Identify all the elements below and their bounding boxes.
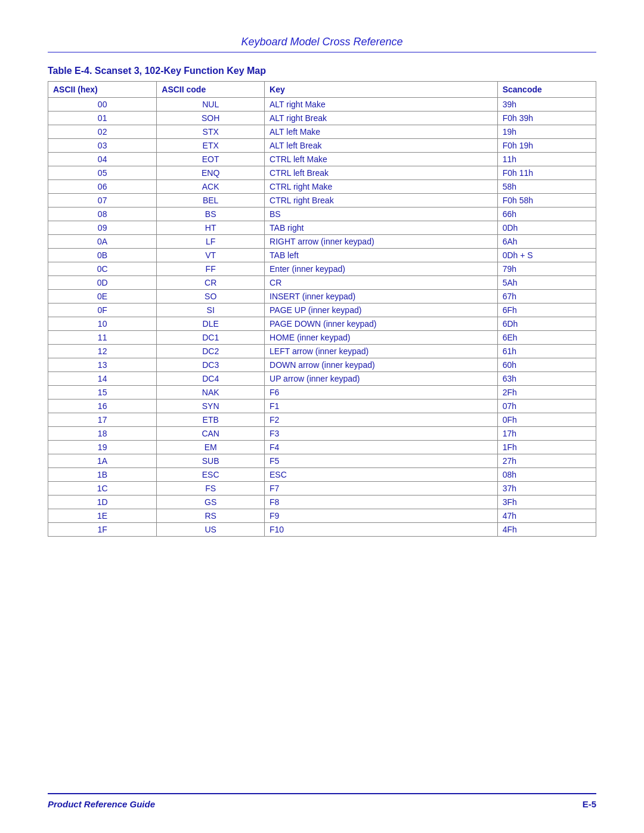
table-cell: 17h (497, 427, 596, 441)
table-row: 02STXALT left Make19h (48, 125, 596, 139)
footer-left: Product Reference Guide (48, 799, 155, 809)
table-cell: 19h (497, 125, 596, 139)
table-cell: 0D (48, 276, 157, 290)
table-cell: PAGE UP (inner keypad) (265, 304, 498, 317)
table-row: 19EMF41Fh (48, 441, 596, 454)
table-cell: 6Ah (497, 235, 596, 249)
table-cell: CTRL right Make (265, 180, 498, 194)
table-cell: 11h (497, 153, 596, 166)
table-cell: 07h (497, 400, 596, 413)
table-cell: RS (157, 509, 265, 523)
table-cell: 1D (48, 496, 157, 509)
page-header: Keyboard Model Cross Reference (48, 36, 596, 52)
table-cell: FF (157, 262, 265, 276)
table-cell: CR (157, 276, 265, 290)
table-cell: NUL (157, 98, 265, 112)
table-cell: FS (157, 482, 265, 496)
table-row: 1ERSF947h (48, 509, 596, 523)
table-cell: 00 (48, 98, 157, 112)
table-cell: F0h 11h (497, 166, 596, 180)
table-cell: STX (157, 125, 265, 139)
table-cell: 6Fh (497, 304, 596, 317)
table-cell: 03 (48, 139, 157, 153)
table-cell: CTRL right Break (265, 194, 498, 208)
footer-right: E-5 (583, 799, 596, 809)
table-cell: F0h 39h (497, 112, 596, 125)
table-cell: 2Fh (497, 386, 596, 400)
table-cell: F10 (265, 523, 498, 537)
table-row: 09HTTAB right0Dh (48, 221, 596, 235)
table-cell: F0h 19h (497, 139, 596, 153)
table-cell: LF (157, 235, 265, 249)
table-cell: 63h (497, 372, 596, 386)
table-cell: PAGE DOWN (inner keypad) (265, 317, 498, 331)
table-cell: 0A (48, 235, 157, 249)
table-cell: 1B (48, 468, 157, 482)
table-cell: F7 (265, 482, 498, 496)
table-cell: ALT right Break (265, 112, 498, 125)
table-row: 1CFSF737h (48, 482, 596, 496)
table-cell: 08 (48, 208, 157, 221)
table-cell: 39h (497, 98, 596, 112)
table-cell: TAB right (265, 221, 498, 235)
table-row: 0BVTTAB left0Dh + S (48, 249, 596, 262)
table-cell: 18 (48, 427, 157, 441)
table-cell: CR (265, 276, 498, 290)
table-cell: 15 (48, 386, 157, 400)
table-cell: 16 (48, 400, 157, 413)
table-cell: 61h (497, 345, 596, 358)
table-cell: F4 (265, 441, 498, 454)
table-cell: 60h (497, 358, 596, 372)
page-wrapper: Keyboard Model Cross Reference Table E-4… (0, 0, 644, 833)
table-cell: DLE (157, 317, 265, 331)
table-cell: SUB (157, 454, 265, 468)
table-cell: EOT (157, 153, 265, 166)
table-cell: BS (157, 208, 265, 221)
table-cell: F1 (265, 400, 498, 413)
table-cell: 01 (48, 112, 157, 125)
table-row: 03ETXALT left BreakF0h 19h (48, 139, 596, 153)
table-row: 05ENQCTRL left BreakF0h 11h (48, 166, 596, 180)
table-cell: DC1 (157, 331, 265, 345)
table-cell: INSERT (inner keypad) (265, 290, 498, 304)
table-cell: SO (157, 290, 265, 304)
table-cell: 19 (48, 441, 157, 454)
table-cell: HOME (inner keypad) (265, 331, 498, 345)
table-cell: 10 (48, 317, 157, 331)
table-cell: 67h (497, 290, 596, 304)
table-row: 0FSIPAGE UP (inner keypad)6Fh (48, 304, 596, 317)
table-cell: NAK (157, 386, 265, 400)
table-cell: 08h (497, 468, 596, 482)
table-cell: ACK (157, 180, 265, 194)
table-cell: Enter (inner keypad) (265, 262, 498, 276)
table-cell: UP arrow (inner keypad) (265, 372, 498, 386)
table-row: 1ASUBF527h (48, 454, 596, 468)
table-row: 17ETBF20Fh (48, 413, 596, 427)
table-cell: ESC (157, 468, 265, 482)
table-cell: 0C (48, 262, 157, 276)
table-cell: 17 (48, 413, 157, 427)
table-row: 16SYNF107h (48, 400, 596, 413)
table-cell: 06 (48, 180, 157, 194)
table-row: 1FUSF104Fh (48, 523, 596, 537)
table-cell: 5Ah (497, 276, 596, 290)
table-row: 11DC1HOME (inner keypad)6Eh (48, 331, 596, 345)
table-cell: 3Fh (497, 496, 596, 509)
table-cell: ENQ (157, 166, 265, 180)
page-footer: Product Reference Guide E-5 (48, 793, 596, 809)
table-cell: 66h (497, 208, 596, 221)
table-cell: DC2 (157, 345, 265, 358)
table-cell: F8 (265, 496, 498, 509)
table-cell: US (157, 523, 265, 537)
table-cell: 0Fh (497, 413, 596, 427)
table-row: 07BELCTRL right BreakF0h 58h (48, 194, 596, 208)
table-cell: GS (157, 496, 265, 509)
table-cell: BS (265, 208, 498, 221)
table-cell: SYN (157, 400, 265, 413)
table-cell: HT (157, 221, 265, 235)
table-row: 14DC4UP arrow (inner keypad)63h (48, 372, 596, 386)
table-cell: 04 (48, 153, 157, 166)
table-cell: F5 (265, 454, 498, 468)
table-cell: 27h (497, 454, 596, 468)
table-cell: F3 (265, 427, 498, 441)
